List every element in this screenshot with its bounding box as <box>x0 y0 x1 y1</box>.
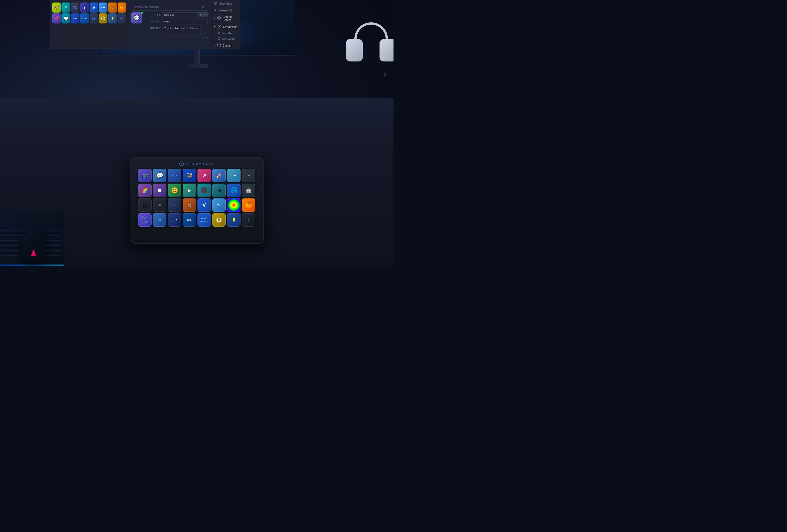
sd-btn-2-8[interactable]: 🤖 <box>242 183 255 197</box>
sd-btn-3-6[interactable]: 〜 <box>212 198 226 212</box>
icon-btn-light[interactable]: 💡 <box>108 14 116 23</box>
icon-row-1: 🚀 # FX ● V 〜 📍 🍊 <box>52 2 126 13</box>
sd-btn-3-2[interactable]: # <box>153 198 166 212</box>
skip-alert-label: Skip Alert <box>222 32 233 35</box>
menu-section-control-center: ▶ Control Center <box>211 14 240 23</box>
icon-btn-brightness[interactable]: ☀ <box>118 14 126 23</box>
icon-btn-fruit[interactable]: 🍊 <box>118 2 126 13</box>
corsair-logo: ⚔ <box>380 70 391 78</box>
menu-section-custom: ▶ Custom <box>211 42 240 49</box>
stream-deck-brand: ▶ STREAM DECK <box>179 161 214 166</box>
menu-subitem-spin-wheel[interactable]: Spin Wheel <box>211 36 240 42</box>
sd-btn-3-8[interactable]: 🍊 <box>242 198 255 212</box>
spin-wheel-label: Spin Wheel <box>222 38 235 40</box>
icon-btn-wave[interactable]: 〜 <box>99 2 107 13</box>
sd-btn-3-7[interactable] <box>227 198 240 212</box>
sd-btn-4-8[interactable]: ☀ <box>242 213 255 227</box>
sd-btn-1-7[interactable]: 〜 <box>227 169 240 182</box>
title-row: Title: T ▾ <box>147 12 208 17</box>
action-icon <box>131 12 142 23</box>
sd-btn-1-1[interactable]: 📺 <box>138 169 152 182</box>
menu-subitem-skip-alert[interactable]: Skip Alert <box>211 30 240 36</box>
icon-btn-power[interactable]: ⏻ <box>99 14 107 23</box>
sd-btn-4-4[interactable]: 12% <box>183 213 196 227</box>
icon-btn-chat[interactable]: 💬 <box>62 14 70 23</box>
icon-btn-vm[interactable]: V <box>90 2 98 13</box>
sd-btn-3-1[interactable]: 🎞 <box>138 198 152 212</box>
title-label: Title: <box>147 14 162 16</box>
sd-btn-4-2[interactable]: 🖥 <box>153 213 166 227</box>
custom-header[interactable]: ▶ Custom <box>211 42 240 49</box>
create-clip-label: Create Clip <box>219 9 233 12</box>
action-type-label: Chat Message <box>143 5 159 8</box>
elgato-logo: ▶ <box>179 161 184 166</box>
sd-btn-1-3[interactable]: <> <box>168 169 181 182</box>
gaming-mouse <box>22 230 45 263</box>
sd-btn-1-6[interactable]: 🚀 <box>212 169 226 182</box>
icon-btn-obs[interactable]: ● <box>80 2 89 13</box>
sd-btn-2-1[interactable]: 🌈 <box>138 183 152 197</box>
menu-panel: Slow Chat Create Clip ▶ <box>211 0 240 49</box>
message-textarea[interactable]: Thanks for subscribing <box>162 26 201 36</box>
sd-btn-2-5[interactable]: ⬛ <box>197 183 211 197</box>
sd-btn-3-4[interactable]: ◎ <box>183 198 196 212</box>
delete-button[interactable]: 🗑 <box>201 4 206 9</box>
streamlabs-label: Streamlabs <box>223 25 237 28</box>
brand-text: STREAM DECK <box>186 162 214 165</box>
sd-btn-2-7[interactable]: 🌐 <box>227 183 240 197</box>
keyboard-accent-light <box>0 265 64 266</box>
sd-btn-4-6[interactable]: ⏻ <box>212 213 226 227</box>
headphone-left-cup <box>346 39 363 62</box>
icon-btn-yaboost[interactable]: 🚀 <box>52 2 61 13</box>
sd-btn-4-7[interactable]: 💡 <box>227 213 240 227</box>
sd-btn-2-4[interactable]: ▶ <box>183 183 196 197</box>
icon-btn-pin[interactable]: 📌 <box>52 14 61 23</box>
skip-icon <box>218 31 220 35</box>
headphones: ⚔ <box>343 22 394 101</box>
streamlabs-header[interactable]: ▼ Streamlabs <box>211 23 240 30</box>
svg-point-4 <box>218 17 220 19</box>
icon-btn-fx[interactable]: FX <box>71 2 80 13</box>
sd-btn-2-3[interactable]: 😊 <box>168 183 181 197</box>
sd-btn-4-5[interactable]: MultiAction <box>197 213 211 227</box>
icon-btn-sfx[interactable]: SFX <box>71 14 80 23</box>
cable <box>196 54 197 96</box>
headphone-right-cup: ⚔ <box>380 39 394 62</box>
wheel-icon <box>218 37 220 41</box>
sd-btn-1-8[interactable]: ≡ <box>242 169 255 182</box>
icon-btn-maps[interactable]: 📍 <box>108 2 116 13</box>
message-row: Message: Thanks for subscribing 18 / 500 <box>147 26 208 39</box>
title-input[interactable] <box>162 12 197 17</box>
icon-btn-multi[interactable]: ▶▶ <box>90 14 98 23</box>
software-ui: 🚀 # FX ● V 〜 📍 🍊 📌 💬 SFX 12% ▶▶ ⏻ 💡 ☀ Tw… <box>50 0 240 49</box>
account-select[interactable]: Elgato <box>162 19 208 24</box>
svg-point-9 <box>217 44 221 47</box>
sd-btn-3-3[interactable]: FX <box>168 198 181 212</box>
sd-btn-4-1[interactable]: PinLive <box>138 213 152 227</box>
title-input-group: T ▾ <box>162 12 208 17</box>
sd-btn-1-4[interactable]: 🎬 <box>183 169 196 182</box>
title-template-btn[interactable]: T <box>198 12 203 17</box>
mouse-logo <box>31 249 36 256</box>
sd-btn-1-2[interactable]: 💬 <box>153 169 166 182</box>
sd-btn-2-6[interactable]: 🖥 <box>212 183 226 197</box>
menu-item-create-clip[interactable]: Create Clip <box>211 7 240 14</box>
title-dropdown-btn[interactable]: ▾ <box>203 12 208 17</box>
custom-icon <box>217 43 221 48</box>
icon-btn-num[interactable]: 12% <box>80 14 89 23</box>
sd-btn-1-5[interactable]: ↗ <box>197 169 211 182</box>
scissors-icon <box>214 8 218 12</box>
expand-arrow-control-center: ▶ <box>214 17 215 20</box>
action-detail: Twitch: Chat Message 🗑 Title: T ▾ <box>128 0 211 49</box>
sd-btn-2-2[interactable]: ⏺ <box>153 183 166 197</box>
menu-item-slow-chat[interactable]: Slow Chat <box>211 0 240 7</box>
clock-icon <box>214 2 218 6</box>
control-center-header[interactable]: ▶ Control Center <box>211 14 240 23</box>
twitch-label: Twitch: <box>133 5 142 8</box>
char-count: 18 / 500 <box>162 37 208 39</box>
svg-point-8 <box>219 38 219 39</box>
icon-btn-grid[interactable]: # <box>62 2 70 13</box>
sd-button-grid: 📺 💬 <> 🎬 ↗ 🚀 〜 ≡ 🌈 ⏺ 😊 ▶ ⬛ 🖥 🌐 🤖 🎞 # FX … <box>137 169 256 227</box>
sd-btn-3-5[interactable]: V <box>197 198 211 212</box>
sd-btn-4-3[interactable]: SFX <box>168 213 181 227</box>
